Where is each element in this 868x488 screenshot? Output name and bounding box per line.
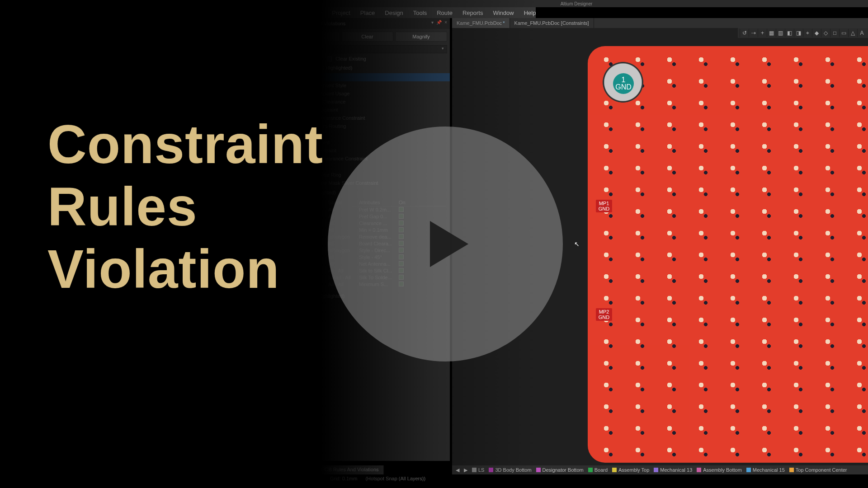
clear-button[interactable]: Clear	[341, 32, 393, 42]
document-tabs: Kame_FMU.PcbDoc* Kame_FMU.PcbDoc [Constr…	[452, 18, 868, 28]
tab-label: Kame_FMU.PcbDoc [Constraints]	[514, 20, 589, 26]
layer-tab[interactable]: 3D Body Bottom	[489, 467, 531, 473]
canvas-tool-4[interactable]: ▥	[776, 29, 785, 37]
status-grid: Grid: 0.1mm	[330, 476, 358, 481]
pcb-board[interactable]: 1 GND MP1 GND MP2 GND	[588, 46, 868, 463]
panel-title-text: PCB Rules And Violations	[288, 21, 345, 26]
menubar: Edit View Project Place Design Tools Rou…	[285, 7, 536, 18]
layer-tab[interactable]: Board	[588, 467, 608, 473]
canvas-tool-8[interactable]: ◆	[812, 29, 821, 37]
layer-tab[interactable]: Mechanical 15	[746, 467, 785, 473]
app-titlebar: Altium Designer	[285, 0, 868, 7]
clear-existing-label: Clear Existing	[335, 56, 366, 61]
title-line: Violation	[47, 238, 323, 300]
status-bar: X:0mm Y:0mm Grid: 0.1mm (Hotspot Snap (A…	[285, 474, 430, 483]
rule-classes-header: Rule Classes (1 Highlighted)	[285, 62, 450, 71]
layer-tab[interactable]: Top Component Center	[789, 467, 847, 473]
menu-tools[interactable]: Tools	[413, 9, 427, 16]
layer-tab[interactable]: Assembly Top	[612, 467, 649, 473]
menu-edit[interactable]: Edit	[289, 9, 299, 16]
panel-close-icon[interactable]: ×	[444, 20, 447, 25]
canvas-tool-10[interactable]: □	[830, 29, 839, 37]
tab-rules-violations[interactable]: PCB Rules And Violations	[317, 465, 383, 474]
designator-mp2[interactable]: MP2 GND	[596, 308, 612, 321]
status-snap: (Hotspot Snap (All Layers))	[365, 476, 425, 481]
canvas-tool-11[interactable]: ▭	[839, 29, 848, 37]
app-title: Altium Designer	[561, 1, 593, 6]
layer-tab[interactable]: Designator Bottom	[536, 467, 584, 473]
menu-reports[interactable]: Reports	[462, 9, 483, 16]
filter-dropdown[interactable]	[288, 45, 447, 53]
layer-tab[interactable]: Assembly Bottom	[697, 467, 742, 473]
canvas-tool-9[interactable]: ◇	[821, 29, 830, 37]
pad-num: 1	[622, 76, 626, 84]
layer-nav-next[interactable]: ▶	[464, 467, 467, 473]
menu-help[interactable]: Help	[524, 9, 536, 16]
rule-class-item[interactable]: Board Outline Clearance	[291, 98, 450, 106]
layer-tabs: ◀ ▶ LS3D Body BottomDesignator BottomBoa…	[452, 465, 868, 474]
panel-dropdown-icon[interactable]: ▾	[431, 20, 434, 25]
tab-pcbdoc[interactable]: Kame_FMU.PcbDoc*	[452, 18, 510, 28]
menu-route[interactable]: Route	[437, 9, 453, 16]
ref: MP1	[596, 201, 612, 206]
canvas-tool-2[interactable]: +	[758, 29, 767, 37]
menu-place[interactable]: Place	[360, 9, 375, 16]
apply-button[interactable]: Apply	[288, 32, 340, 42]
canvas-tool-13[interactable]: A	[857, 29, 866, 37]
net: GND	[596, 206, 612, 211]
svg-marker-0	[430, 221, 468, 267]
rule-class-item[interactable]: Assembly Testpoint Usage	[291, 89, 450, 98]
layer-tab[interactable]: Mechanical 13	[654, 467, 692, 473]
menu-view[interactable]: View	[309, 9, 322, 16]
canvas-tool-1[interactable]: ⇢	[749, 29, 758, 37]
panel-pin-icon[interactable]: 📌	[436, 20, 442, 25]
rule-class-item[interactable]: [All Rules]	[285, 73, 450, 81]
layer-nav-prev[interactable]: ◀	[456, 467, 459, 473]
tab-constraints[interactable]: Kame_FMU.PcbDoc [Constraints]	[510, 18, 594, 28]
cursor-icon	[574, 240, 580, 248]
zoom-label: Zoom	[298, 56, 311, 61]
clear-existing-chk[interactable]	[327, 56, 332, 61]
canvas-tool-0[interactable]: ↺	[740, 29, 749, 37]
canvas-tool-6[interactable]: ◨	[794, 29, 803, 37]
zoom-select-chk[interactable]	[289, 56, 294, 61]
canvas-toolbar: ↺⇢+▦▥◧◨⌖◆◇□▭△A	[738, 28, 868, 38]
menu-project[interactable]: Project	[332, 9, 350, 16]
canvas-tool-7[interactable]: ⌖	[803, 29, 812, 37]
pad-net: GND	[615, 84, 632, 91]
play-icon	[407, 206, 484, 282]
title-line: Constraint	[47, 113, 323, 175]
pad-1-gnd[interactable]: 1 GND	[613, 73, 634, 94]
tab-dirty-icon: *	[503, 20, 505, 26]
layer-tab[interactable]: LS	[472, 467, 484, 473]
panel-title: PCB Rules And Violations ▾ 📌 ×	[285, 18, 450, 29]
ref: MP2	[596, 309, 612, 314]
magnify-button[interactable]: Magnify	[395, 32, 447, 42]
bottom-panel-tabs: Properties PCB Rules And Violations	[285, 465, 384, 474]
play-button[interactable]	[328, 127, 563, 361]
tab-properties[interactable]: Properties	[285, 465, 317, 474]
rule-class-item[interactable]: Assembly Testpoint Style	[291, 81, 450, 89]
net: GND	[596, 314, 612, 320]
canvas-tool-12[interactable]: △	[848, 29, 857, 37]
canvas-tool-3[interactable]: ▦	[767, 29, 776, 37]
title-line: Rules	[47, 175, 323, 238]
menu-design[interactable]: Design	[385, 9, 403, 16]
menu-window[interactable]: Window	[493, 9, 514, 16]
status-coords: X:0mm Y:0mm	[289, 476, 322, 481]
tab-label: Kame_FMU.PcbDoc	[457, 20, 502, 26]
designator-mp1[interactable]: MP1 GND	[596, 200, 612, 212]
thumbnail-title: Constraint Rules Violation	[47, 113, 323, 300]
canvas-tool-5[interactable]: ◧	[785, 29, 794, 37]
